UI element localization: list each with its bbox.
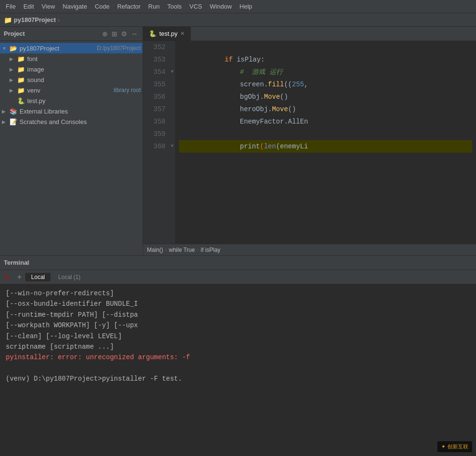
editor-tab-testpy[interactable]: 🐍 test.py ✕ <box>143 27 191 41</box>
tree-label-image: image <box>27 66 141 73</box>
menu-vcs[interactable]: VCS <box>186 2 206 11</box>
terminal-line-cmd: (venv) D:\py1807Project>pyinstaller -F t… <box>6 373 470 384</box>
python-icon-testpy: 🐍 <box>17 97 26 104</box>
tree-item-scratches[interactable]: ▶ 📝 Scratches and Consoles <box>0 116 143 127</box>
terminal-line-1: [--win-no-prefer-redirects] <box>6 288 470 299</box>
tree-item-image[interactable]: ▶ 📁 image <box>0 64 143 74</box>
project-icon: 📁 <box>4 16 12 24</box>
gutter-fold: ▼ ▼ <box>169 41 175 244</box>
linenum-355: 355 <box>147 78 166 91</box>
terminal-tabs-bar: ✕ + Local Local (1) <box>0 270 476 284</box>
tree-arrow-font: ▶ <box>10 56 17 62</box>
code-area[interactable]: if isPlay: # 游戏 运行 screen.fill((255, <box>175 41 476 244</box>
menu-help[interactable]: Help <box>236 2 256 11</box>
line-numbers: 352 353 354 355 356 357 358 359 360 <box>143 41 169 244</box>
breadcrumb-bar: Main() › while True › if isPlay <box>143 244 476 255</box>
code-line-355: screen.fill((255, <box>179 78 472 91</box>
linenum-357: 357 <box>147 103 166 115</box>
code-line-359 <box>179 128 472 140</box>
watermark: ✦ 创新互联 <box>437 441 472 452</box>
menu-refactor[interactable]: Refactor <box>114 2 145 11</box>
tree-venv-secondary: library root <box>114 87 141 93</box>
watermark-icon: ✦ <box>441 444 445 450</box>
code-line-356: bgObj.Move() <box>179 91 472 103</box>
kw-if: if <box>225 53 233 66</box>
folder-icon-venv: 📁 <box>17 87 26 94</box>
code-line-353: if isPlay: <box>179 53 472 66</box>
terminal-line-3: [--runtime-tmpdir PATH] [--distpa <box>6 310 470 320</box>
linenum-356: 356 <box>147 91 166 103</box>
editor-panel: 🐍 test.py ✕ 352 353 354 355 356 357 358 … <box>143 27 476 255</box>
menu-view[interactable]: View <box>38 2 59 11</box>
tree-item-root[interactable]: ▼ 📂 py1807Project D:/py1807Project <box>0 43 143 53</box>
tree-item-testpy[interactable]: ▶ 🐍 test.py <box>0 95 143 106</box>
tree-arrow-libraries: ▶ <box>2 109 10 114</box>
terminal-close-button[interactable]: ✕ <box>2 273 11 281</box>
terminal-line-error: pyinstaller: error: unrecognized argumen… <box>6 352 470 363</box>
code-line-357: heroObj.Move() <box>179 103 472 115</box>
linenum-358: 358 <box>147 115 166 128</box>
tree-label-sound: sound <box>27 76 141 83</box>
watermark-text: 创新互联 <box>447 443 468 450</box>
tree-label-testpy: test.py <box>27 97 141 104</box>
folder-icon-sound: 📁 <box>17 76 26 83</box>
add-terminal-tab-button[interactable]: + <box>15 273 23 281</box>
menu-tools[interactable]: Tools <box>164 2 186 11</box>
panel-add-icon[interactable]: ⊕ <box>101 29 109 39</box>
tree-label-venv: venv <box>27 87 112 94</box>
tab-label-testpy: test.py <box>159 30 177 37</box>
menu-file[interactable]: File <box>2 2 20 11</box>
linenum-353: 353 <box>147 53 166 66</box>
library-icon: 📚 <box>10 108 18 115</box>
terminal-content[interactable]: [--win-no-prefer-redirects] [--osx-bundl… <box>0 284 476 456</box>
terminal-header: Terminal <box>0 256 476 270</box>
code-line-352 <box>179 41 472 53</box>
tree-item-libraries[interactable]: ▶ 📚 External Libraries <box>0 106 143 116</box>
linenum-352: 352 <box>147 41 166 53</box>
project-name[interactable]: py1807Project <box>14 16 56 23</box>
panel-settings-icon[interactable]: ⚙ <box>120 29 128 39</box>
code-editor[interactable]: 352 353 354 355 356 357 358 359 360 ▼ <box>143 41 476 244</box>
terminal-tab-local1[interactable]: Local (1) <box>52 273 86 281</box>
tree-item-venv[interactable]: ▶ 📁 venv library root <box>0 85 143 95</box>
terminal-line-5: [--clean] [--log-level LEVEL] <box>6 331 470 342</box>
terminal-line-blank <box>6 363 470 373</box>
scratches-icon: 📝 <box>10 118 18 125</box>
menu-code[interactable]: Code <box>91 2 114 11</box>
menu-navigate[interactable]: Navigate <box>59 2 91 11</box>
breadcrumb-main[interactable]: Main() <box>147 247 163 253</box>
panel-collapse-icon[interactable]: ⊞ <box>111 29 118 39</box>
menu-window[interactable]: Window <box>206 2 236 11</box>
ide-area: Project ⊕ ⊞ ⚙ ↔ ▼ 📂 py1807Project D:/py1… <box>0 27 476 256</box>
tab-python-icon: 🐍 <box>149 30 156 37</box>
linenum-359: 359 <box>147 128 166 140</box>
terminal-line-6: scriptname [scriptname ...] <box>6 342 470 352</box>
tree-arrow-image: ▶ <box>10 67 17 72</box>
menu-edit[interactable]: Edit <box>20 2 38 11</box>
breadcrumb-while[interactable]: while True <box>169 247 195 253</box>
project-panel-icons: ⊕ ⊞ ⚙ ↔ <box>101 29 139 39</box>
tree-label-font: font <box>27 55 141 62</box>
terminal-line-2: [--osx-bundle-identifier BUNDLE_I <box>6 299 470 309</box>
terminal-tab-local[interactable]: Local <box>25 273 51 281</box>
editor-tabs: 🐍 test.py ✕ <box>143 27 476 41</box>
tree-arrow-root: ▼ <box>2 46 10 51</box>
breadcrumb-if[interactable]: if isPlay <box>201 247 220 253</box>
project-tree: ▼ 📂 py1807Project D:/py1807Project ▶ 📁 f… <box>0 41 143 255</box>
folder-icon-font: 📁 <box>17 55 26 62</box>
folder-icon-image: 📁 <box>17 66 26 73</box>
project-panel: Project ⊕ ⊞ ⚙ ↔ ▼ 📂 py1807Project D:/py1… <box>0 27 143 255</box>
tree-item-sound[interactable]: ▶ 📁 sound <box>0 74 143 85</box>
code-line-354: # 游戏 运行 <box>179 66 472 78</box>
project-panel-title: Project <box>4 30 25 37</box>
tab-close-testpy[interactable]: ✕ <box>180 31 185 37</box>
menu-run[interactable]: Run <box>145 2 164 11</box>
panel-expand-icon[interactable]: ↔ <box>130 29 139 39</box>
main-container: Project ⊕ ⊞ ⚙ ↔ ▼ 📂 py1807Project D:/py1… <box>0 27 476 456</box>
terminal-line-4: [--workpath WORKPATH] [-y] [--upx <box>6 320 470 331</box>
tree-item-font[interactable]: ▶ 📁 font <box>0 53 143 64</box>
comment-354: # 游戏 运行 <box>240 66 283 78</box>
tree-arrow-sound: ▶ <box>10 77 17 83</box>
tree-label-libraries: External Libraries <box>20 108 141 115</box>
titlebar: 📁 py1807Project › <box>0 13 476 27</box>
